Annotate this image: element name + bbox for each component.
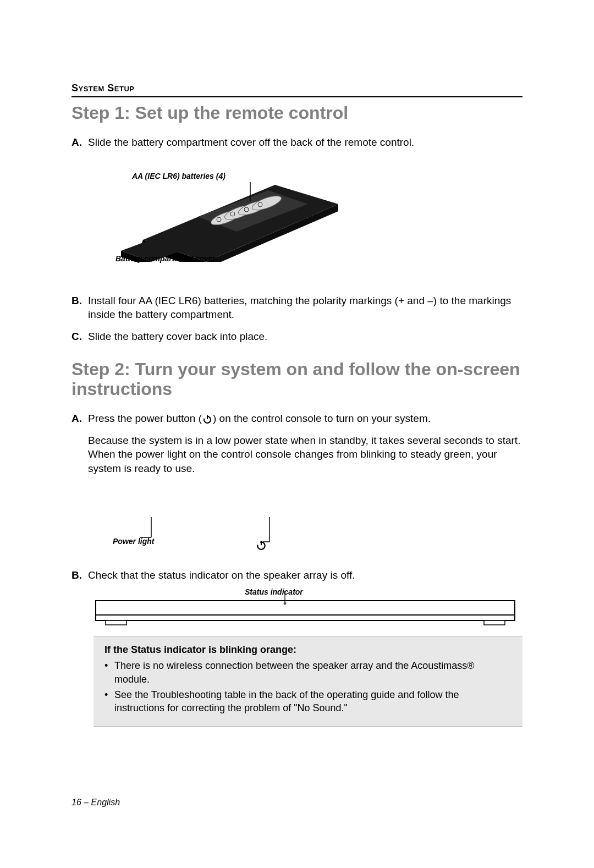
step1-list-cont: B. Install four AA (IEC LR6) batteries, …	[72, 294, 522, 344]
note-bullet-1: There is no wireless connection between …	[105, 659, 512, 686]
step1-item-a: A. Slide the battery compartment cover o…	[72, 135, 522, 150]
step2-a-text: Press the power button () on the control…	[88, 411, 522, 426]
step1-c-letter: C.	[72, 329, 88, 344]
step1-item-c: C. Slide the battery cover back into pla…	[72, 329, 522, 344]
step2-a-para2: Because the system is in a low power sta…	[88, 433, 522, 476]
step2-b-text: Check that the status indicator on the s…	[88, 568, 522, 583]
step1-heading: Step 1: Set up the remote control	[72, 103, 522, 123]
step2-a-after: ) on the control console to turn on your…	[213, 413, 431, 424]
note-heading: If the Status indicator is blinking oran…	[105, 644, 512, 656]
svg-rect-25	[96, 615, 515, 620]
step1-b-letter: B.	[72, 294, 88, 308]
step2-a-before: Press the power button (	[88, 413, 202, 424]
step2-item-b: B. Check that the status indicator on th…	[72, 568, 522, 583]
step2-a-letter: A.	[72, 411, 88, 426]
console-illustration	[94, 487, 314, 564]
label-cover: Battery compartment cover	[116, 254, 216, 263]
remote-diagram: AA (IEC LR6) batteries (4) Battery compa…	[94, 157, 358, 284]
svg-rect-27	[484, 620, 505, 625]
step1-list: A. Slide the battery compartment cover o…	[72, 135, 522, 150]
svg-rect-24	[96, 601, 515, 615]
label-status-indicator: Status indicator	[245, 587, 303, 596]
divider	[72, 96, 522, 97]
note-box: If the Status indicator is blinking oran…	[94, 636, 522, 726]
step2-item-a: A. Press the power button () on the cont…	[72, 411, 522, 476]
step1-c-text: Slide the battery cover back into place.	[88, 329, 522, 344]
power-icon	[202, 414, 212, 424]
note-bullet-2: See the Troubleshooting table in the bac…	[105, 688, 512, 715]
section-label: System Setup	[72, 83, 522, 94]
step1-a-letter: A.	[72, 135, 88, 150]
power-icon	[256, 540, 267, 551]
svg-point-28	[284, 602, 287, 605]
step2-list: A. Press the power button () on the cont…	[72, 411, 522, 476]
console-diagram: Power light	[94, 487, 314, 564]
step2-list-b: B. Check that the status indicator on th…	[72, 568, 522, 583]
label-power-light: Power light	[113, 537, 154, 546]
note-bullets: There is no wireless connection between …	[105, 659, 512, 715]
speaker-illustration	[94, 591, 517, 629]
step2-heading: Step 2: Turn your system on and follow t…	[72, 359, 522, 400]
page-footer: 16 – English	[72, 798, 120, 807]
remote-illustration	[121, 174, 341, 262]
speaker-array-diagram: Status indicator	[94, 591, 517, 629]
step1-a-text: Slide the battery compartment cover off …	[88, 135, 522, 150]
step2-b-letter: B.	[72, 568, 88, 583]
step1-item-b: B. Install four AA (IEC LR6) batteries, …	[72, 294, 522, 322]
label-batteries: AA (IEC LR6) batteries (4)	[132, 172, 226, 180]
step1-b-text: Install four AA (IEC LR6) batteries, mat…	[88, 294, 522, 322]
svg-rect-26	[106, 620, 127, 625]
manual-page: System Setup Step 1: Set up the remote c…	[0, 0, 594, 868]
